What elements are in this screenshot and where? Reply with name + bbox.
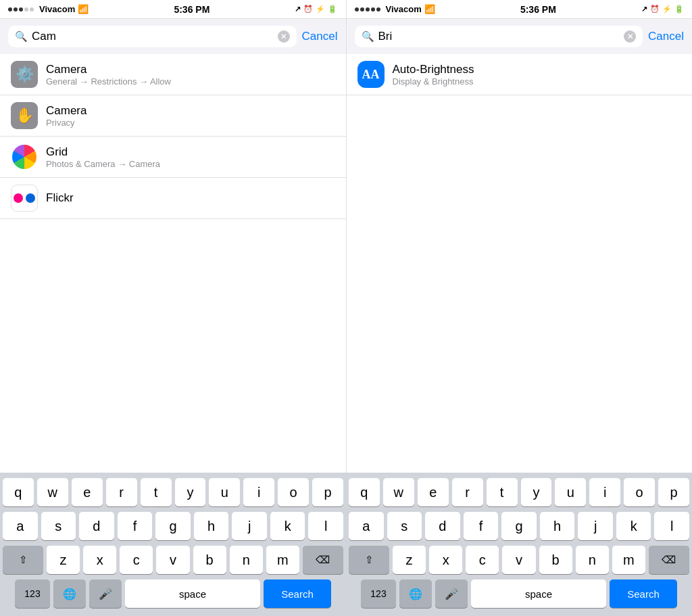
key-j-right[interactable]: j — [578, 512, 613, 540]
result-item-grid[interactable]: Grid Photos & Camera → Camera — [0, 137, 346, 178]
shift-key-right[interactable]: ⇧ — [349, 546, 389, 574]
key-z-right[interactable]: z — [393, 546, 426, 574]
key-x-right[interactable]: x — [429, 546, 462, 574]
key-t-right[interactable]: t — [487, 478, 518, 506]
carrier-right: Vivacom — [386, 4, 422, 14]
mic-key-right[interactable]: 🎤 — [435, 579, 468, 608]
key-b-left[interactable]: b — [193, 546, 226, 574]
result-title-camera-privacy: Camera — [46, 104, 335, 118]
key-q-right[interactable]: q — [349, 478, 380, 506]
left-search-input[interactable] — [32, 30, 274, 43]
key-a-right[interactable]: a — [349, 512, 384, 540]
key-e-right[interactable]: e — [418, 478, 449, 506]
num-key-left[interactable]: 123 — [15, 579, 50, 608]
key-d-right[interactable]: d — [425, 512, 460, 540]
result-title-camera-general: Camera — [46, 63, 335, 76]
globe-key-left[interactable]: 🌐 — [53, 579, 86, 608]
key-i-left[interactable]: i — [243, 478, 274, 506]
main-area: 🔍 ✕ Cancel ⚙️ Camera General → Restricti… — [0, 19, 692, 473]
globe-key-right[interactable]: 🌐 — [399, 579, 432, 608]
key-u-right[interactable]: u — [555, 478, 586, 506]
result-item-auto-brightness[interactable]: AA Auto-Brightness Display & Brightness — [347, 54, 693, 95]
key-d-left[interactable]: d — [79, 512, 114, 540]
key-p-left[interactable]: p — [312, 478, 343, 506]
result-item-camera-general[interactable]: ⚙️ Camera General → Restrictions → Allow — [0, 54, 346, 95]
key-k-right[interactable]: k — [616, 512, 651, 540]
key-s-right[interactable]: s — [387, 512, 422, 540]
key-c-right[interactable]: c — [466, 546, 499, 574]
key-c-left[interactable]: c — [120, 546, 153, 574]
key-m-left[interactable]: m — [266, 546, 299, 574]
result-item-flickr[interactable]: Flickr — [0, 178, 346, 219]
key-f-right[interactable]: f — [464, 512, 499, 540]
key-h-left[interactable]: h — [194, 512, 229, 540]
key-p-right[interactable]: p — [658, 478, 689, 506]
mic-key-left[interactable]: 🎤 — [89, 579, 122, 608]
key-o-right[interactable]: o — [624, 478, 655, 506]
key-g-right[interactable]: g — [501, 512, 537, 540]
search-key-right[interactable]: Search — [610, 579, 677, 608]
key-n-left[interactable]: n — [230, 546, 263, 574]
keyboard-split: q w e r t y u i o p a s d f g h j k l — [0, 478, 692, 613]
key-s-left[interactable]: s — [41, 512, 76, 540]
key-z-left[interactable]: z — [47, 546, 80, 574]
key-k-left[interactable]: k — [270, 512, 305, 540]
key-w-left[interactable]: w — [37, 478, 68, 506]
space-key-right[interactable]: space — [471, 579, 606, 608]
key-y-left[interactable]: y — [175, 478, 206, 506]
key-v-right[interactable]: v — [502, 546, 535, 574]
left-cancel-button[interactable]: Cancel — [302, 30, 338, 43]
status-right-left: ↗ ⏰ ⚡ 🔋 — [295, 5, 337, 14]
keyboard-right: q w e r t y u i o p a s d f g h j k l — [346, 478, 692, 613]
status-bar: Vivacom 📶 5:36 PM ↗ ⏰ ⚡ 🔋 Vivacom 📶 5:36… — [0, 0, 692, 19]
result-subtitle-camera-privacy: Privacy — [46, 118, 335, 128]
right-search-input-wrapper[interactable]: 🔍 ✕ — [355, 26, 643, 47]
key-l-right[interactable]: l — [654, 512, 689, 540]
left-search-input-wrapper[interactable]: 🔍 ✕ — [8, 26, 297, 47]
status-left-right: Vivacom 📶 — [355, 4, 435, 14]
key-m-right[interactable]: m — [612, 546, 645, 574]
delete-key-right[interactable]: ⌫ — [649, 546, 689, 574]
key-w-right[interactable]: w — [383, 478, 414, 506]
key-t-left[interactable]: t — [141, 478, 172, 506]
search-key-left[interactable]: Search — [264, 579, 331, 608]
key-f-left[interactable]: f — [118, 512, 153, 540]
right-cancel-button[interactable]: Cancel — [648, 30, 684, 43]
key-y-right[interactable]: y — [521, 478, 552, 506]
keyboard: q w e r t y u i o p a s d f g h j k l — [0, 473, 692, 616]
shift-key-left[interactable]: ⇧ — [3, 546, 43, 574]
left-clear-button[interactable]: ✕ — [278, 30, 290, 43]
flickr-icon — [11, 185, 38, 212]
time-right: 5:36 PM — [520, 4, 556, 15]
right-search-bar: 🔍 ✕ Cancel — [347, 19, 693, 54]
key-e-left[interactable]: e — [72, 478, 103, 506]
num-key-right[interactable]: 123 — [361, 579, 396, 608]
result-title-grid: Grid — [46, 145, 335, 159]
key-o-left[interactable]: o — [278, 478, 309, 506]
right-clear-button[interactable]: ✕ — [624, 30, 636, 43]
result-subtitle-camera-general: General → Restrictions → Allow — [46, 76, 335, 87]
key-r-left[interactable]: r — [106, 478, 137, 506]
flickr-dot-blue — [26, 193, 35, 203]
key-j-left[interactable]: j — [232, 512, 267, 540]
delete-key-left[interactable]: ⌫ — [303, 546, 343, 574]
key-g-left[interactable]: g — [155, 512, 191, 540]
key-x-left[interactable]: x — [83, 546, 116, 574]
key-l-left[interactable]: l — [308, 512, 343, 540]
key-b-right[interactable]: b — [539, 546, 572, 574]
key-v-left[interactable]: v — [156, 546, 189, 574]
right-search-input[interactable] — [378, 30, 620, 43]
bluetooth-icon-right: ⚡ — [662, 5, 672, 14]
key-n-right[interactable]: n — [576, 546, 609, 574]
right-results-list: AA Auto-Brightness Display & Brightness — [347, 54, 693, 473]
result-subtitle-auto-brightness: Display & Brightness — [393, 76, 682, 87]
key-i-right[interactable]: i — [589, 478, 620, 506]
key-u-left[interactable]: u — [209, 478, 240, 506]
space-key-left[interactable]: space — [125, 579, 260, 608]
result-item-camera-privacy[interactable]: ✋ Camera Privacy — [0, 95, 346, 137]
keyboard-left: q w e r t y u i o p a s d f g h j k l — [0, 478, 346, 613]
key-r-right[interactable]: r — [452, 478, 483, 506]
key-q-left[interactable]: q — [3, 478, 34, 506]
key-h-right[interactable]: h — [540, 512, 575, 540]
key-a-left[interactable]: a — [3, 512, 38, 540]
